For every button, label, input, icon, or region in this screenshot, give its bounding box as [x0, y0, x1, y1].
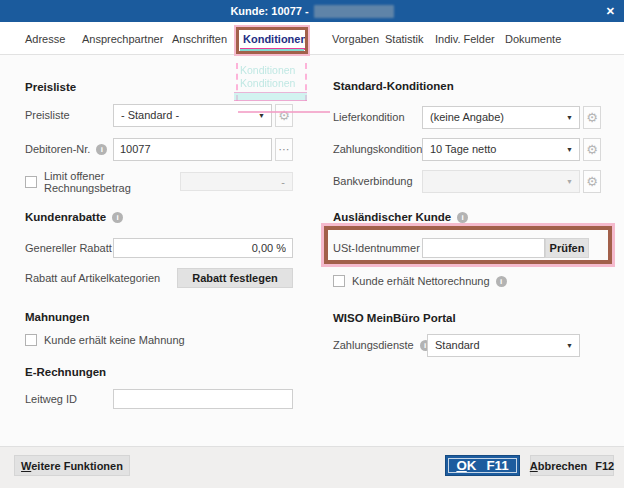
nettorechnung-checkbox[interactable]	[333, 275, 345, 287]
tab-anschriften[interactable]: Anschriften	[172, 33, 227, 45]
gear-icon: ⚙	[278, 108, 290, 123]
info-icon[interactable]: i	[457, 212, 468, 223]
section-preisliste: Preisliste	[25, 81, 76, 93]
rabatt-kategorien-row: Rabatt auf Artikelkategorien Rabatt fest…	[25, 268, 293, 288]
genereller-rabatt-label: Genereller Rabatt	[25, 242, 113, 254]
zahlungsdienste-label: Zahlungsdienste	[333, 339, 414, 351]
tab-statistik[interactable]: Statistik	[385, 33, 424, 45]
tab-indiv-felder[interactable]: Indiv. Felder	[435, 33, 495, 45]
bankverbindung-gear-button[interactable]: ⚙	[583, 170, 601, 193]
section-mahnungen: Mahnungen	[25, 311, 90, 323]
keine-mahnung-label: Kunde erhält keine Mahnung	[44, 334, 185, 346]
zahlungsdienste-select[interactable]: Standard ▼	[427, 334, 580, 357]
tabbar: Adresse Ansprechpartner Anschriften Kond…	[0, 22, 624, 55]
keine-mahnung-row: Kunde erhält keine Mahnung	[25, 333, 293, 347]
chevron-down-icon: ▼	[566, 178, 573, 185]
bankverbindung-row: Bankverbindung ▼ ⚙	[333, 169, 620, 193]
keine-mahnung-checkbox[interactable]	[25, 334, 37, 346]
dialog-title: Kunde: 10077 -	[230, 5, 393, 18]
chevron-down-icon: ▼	[566, 114, 573, 121]
preisliste-label: Preisliste	[25, 109, 113, 121]
gear-icon: ⚙	[586, 110, 598, 125]
debitoren-row: Debitoren-Nr. i ⋯	[25, 137, 293, 161]
zahlungsdienste-row: Zahlungsdienste i Standard ▼	[333, 333, 620, 357]
ellipsis-icon: ⋯	[279, 143, 290, 156]
pruefen-button[interactable]: Prüfen	[545, 238, 589, 258]
zahlungskondition-label: Zahlungskondition	[333, 143, 422, 155]
preisliste-select[interactable]: - Standard - ▼	[113, 104, 272, 127]
zahlungskondition-gear-button[interactable]: ⚙	[583, 138, 601, 161]
zahlungsdienste-label-wrap: Zahlungsdienste i	[333, 339, 427, 351]
rabatt-kategorien-label: Rabatt auf Artikelkategorien	[25, 272, 160, 284]
gear-icon: ⚙	[586, 174, 598, 189]
ok-shortcut: F11	[486, 458, 508, 473]
tab-konditionen[interactable]: Konditionen	[243, 33, 307, 45]
right-column: Standard-Konditionen Lieferkondition (ke…	[333, 74, 620, 444]
chevron-down-icon: ▼	[566, 146, 573, 153]
lieferkondition-select[interactable]: (keine Angabe) ▼	[422, 106, 580, 129]
info-icon[interactable]: i	[96, 144, 107, 155]
section-portal: WISO MeinBüro Portal	[333, 312, 456, 324]
preisliste-row: Preisliste - Standard - ▼ ⚙	[25, 103, 293, 127]
ust-label: USt-Identnummer	[333, 242, 422, 254]
leitweg-label: Leitweg ID	[25, 393, 113, 405]
lieferkondition-row: Lieferkondition (keine Angabe) ▼ ⚙	[333, 105, 620, 129]
limit-label: Limit offener Rechnungsbetrag	[44, 170, 180, 194]
genereller-rabatt-input[interactable]	[113, 238, 293, 258]
weitere-funktionen-button[interactable]: Weitere Funktionen	[14, 455, 130, 476]
tab-adresse[interactable]: Adresse	[25, 33, 65, 45]
bankverbindung-label: Bankverbindung	[333, 175, 422, 187]
left-column: Preisliste Preisliste - Standard - ▼ ⚙ D…	[25, 74, 293, 444]
limit-amount-field: -	[180, 172, 293, 191]
debitoren-input[interactable]	[113, 138, 272, 161]
section-standard-konditionen: Standard-Konditionen	[333, 80, 454, 92]
footer-bar: Weitere Funktionen OK F11 Abbrechen F12	[0, 446, 624, 488]
lieferkondition-label: Lieferkondition	[333, 111, 422, 123]
abbrechen-shortcut: F12	[595, 460, 614, 472]
debitoren-more-button[interactable]: ⋯	[275, 138, 293, 161]
close-icon[interactable]: ✕	[606, 4, 615, 18]
tab-vorgaben[interactable]: Vorgaben	[332, 33, 379, 45]
genereller-rabatt-row: Genereller Rabatt	[25, 238, 293, 258]
nettorechnung-label: Kunde erhält Nettorechnung	[352, 275, 490, 287]
titlebar: Kunde: 10077 - ✕	[0, 0, 624, 22]
ok-button[interactable]: OK F11	[445, 455, 520, 476]
info-icon[interactable]: i	[112, 212, 123, 223]
nettorechnung-row: Kunde erhält Nettorechnung i	[333, 274, 620, 288]
dialog-title-text: Kunde: 10077 -	[230, 5, 308, 17]
zahlungskondition-select[interactable]: 10 Tage netto ▼	[422, 138, 580, 161]
section-auslaendischer-kunde: Ausländischer Kunde i	[333, 211, 468, 223]
zahlungskondition-row: Zahlungskondition 10 Tage netto ▼ ⚙	[333, 137, 620, 161]
bankverbindung-select: ▼	[422, 170, 580, 193]
chevron-down-icon: ▼	[258, 112, 265, 119]
section-erechnungen: E-Rechnungen	[25, 366, 106, 378]
info-icon[interactable]: i	[496, 276, 507, 287]
chevron-down-icon: ▼	[566, 342, 573, 349]
tab-ansprechpartner[interactable]: Ansprechpartner	[82, 33, 163, 45]
gear-icon: ⚙	[586, 142, 598, 157]
ust-input[interactable]	[422, 238, 545, 258]
limit-checkbox[interactable]	[25, 176, 37, 188]
abbrechen-button[interactable]: Abbrechen F12	[530, 455, 614, 476]
customer-dialog: Kunde: 10077 - ✕ Adresse Ansprechpartner…	[0, 0, 624, 488]
rabatt-festlegen-button[interactable]: Rabatt festlegen	[177, 268, 293, 288]
lieferkondition-gear-button[interactable]: ⚙	[583, 106, 601, 129]
section-kundenrabatte: Kundenrabatte i	[25, 211, 123, 223]
preisliste-gear-button[interactable]: ⚙	[275, 104, 293, 127]
tab-dokumente[interactable]: Dokumente	[505, 33, 561, 45]
limit-row: Limit offener Rechnungsbetrag -	[25, 172, 293, 191]
redacted-customer-name	[314, 5, 394, 18]
leitweg-row: Leitweg ID	[25, 389, 293, 409]
debitoren-label-wrap: Debitoren-Nr. i	[25, 143, 113, 155]
ust-row: USt-Identnummer Prüfen	[333, 237, 620, 258]
leitweg-input[interactable]	[113, 389, 293, 409]
debitoren-label: Debitoren-Nr.	[25, 143, 90, 155]
ghost-artifact-dash	[305, 63, 307, 101]
